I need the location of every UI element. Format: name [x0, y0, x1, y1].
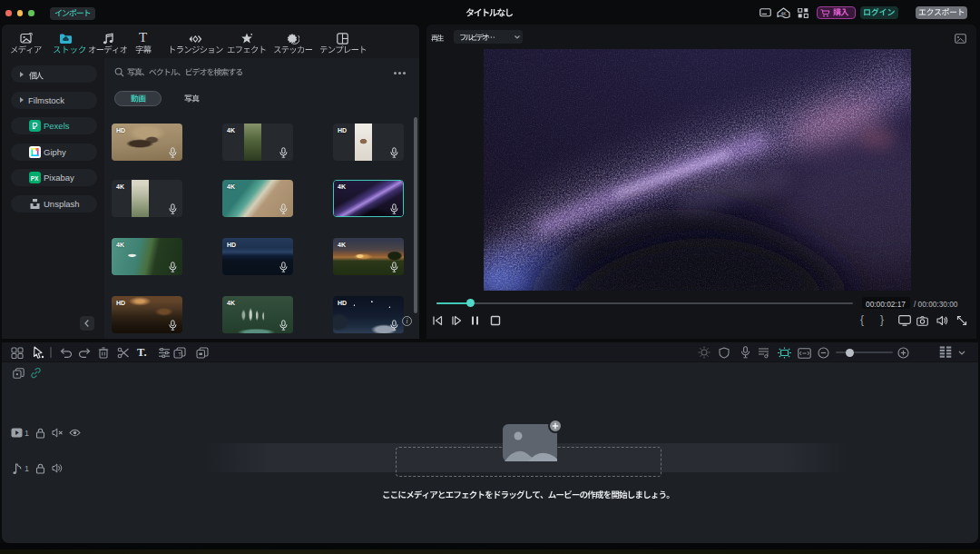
svg-text:T: T: [178, 351, 181, 357]
svg-text:4K: 4K: [780, 11, 787, 16]
